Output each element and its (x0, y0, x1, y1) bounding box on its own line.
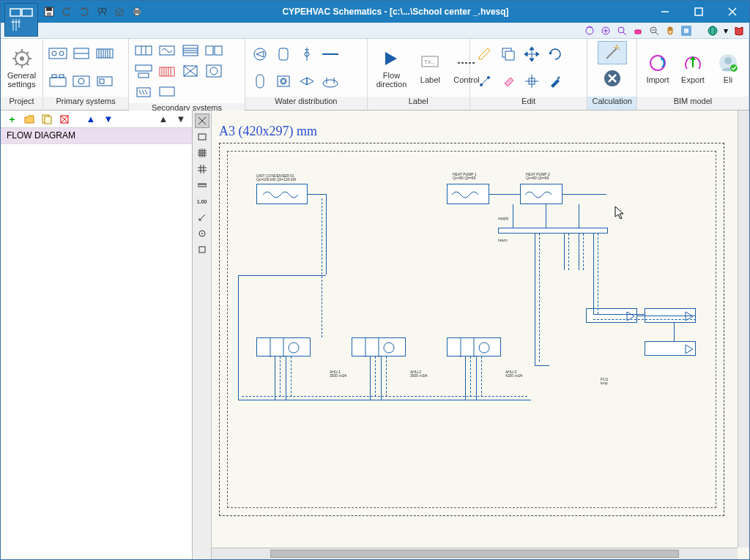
save-icon[interactable] (43, 6, 55, 18)
move-group-icon[interactable] (521, 72, 542, 90)
pencil-icon[interactable] (475, 45, 495, 63)
rect-mode-icon[interactable] (195, 130, 209, 144)
flow-direction-button[interactable]: Flow direction (372, 45, 412, 92)
paint-icon[interactable] (545, 72, 565, 90)
heater-icon[interactable] (133, 83, 154, 100)
valve-icon[interactable] (297, 45, 317, 63)
export-button[interactable]: Export (677, 49, 709, 87)
arrow-up-icon[interactable]: ▲ (84, 113, 97, 126)
eraser2-icon[interactable] (498, 72, 519, 90)
svg-rect-104 (505, 51, 514, 60)
move-icon[interactable] (521, 45, 542, 63)
vertical-scrollbar[interactable] (738, 111, 749, 548)
target-icon[interactable] (195, 226, 209, 241)
chevron-down-icon[interactable]: ▾ (723, 25, 729, 37)
import-button[interactable]: Import (642, 49, 674, 87)
cursor-mode-icon[interactable] (195, 113, 209, 128)
box-icon[interactable] (114, 6, 125, 18)
layers-icon[interactable] (195, 242, 209, 257)
edit-point-icon[interactable] (475, 72, 495, 90)
user-button[interactable]: Eli (712, 49, 744, 87)
radiator2-icon[interactable] (180, 42, 201, 59)
open-icon[interactable] (23, 113, 36, 126)
redo-icon[interactable] (78, 6, 90, 18)
pipe (286, 356, 286, 400)
copy-icon[interactable] (498, 45, 519, 63)
tank-icon[interactable] (273, 45, 294, 63)
svg-point-121 (650, 56, 665, 70)
close-button[interactable] (716, 1, 749, 23)
ahu-icon[interactable] (133, 42, 154, 59)
general-settings-button[interactable]: General settings (3, 45, 40, 92)
drawing-canvas[interactable]: A3 (420x297) mm UNIT CONDENSER 01Qc=100 … (212, 111, 749, 559)
add-icon[interactable]: ＋ (5, 113, 18, 126)
find-icon[interactable] (96, 6, 108, 18)
zoom-out-icon[interactable] (648, 25, 660, 37)
rotate-icon[interactable] (545, 45, 565, 63)
undo-icon[interactable] (61, 6, 73, 18)
scroll-thumb[interactable] (270, 550, 679, 558)
full-window-icon[interactable] (680, 25, 692, 37)
unit3-icon[interactable] (94, 72, 115, 90)
label-button[interactable]: Tx... Label (414, 49, 446, 87)
cassette-icon[interactable] (180, 62, 201, 80)
boiler-icon[interactable] (71, 45, 92, 63)
svg-rect-56 (50, 78, 66, 86)
arrow-down-icon[interactable]: ▼ (102, 113, 115, 126)
book-icon[interactable] (733, 25, 745, 37)
svg-point-154 (289, 343, 299, 353)
grid-mode-icon[interactable] (195, 146, 209, 160)
world-icon[interactable] (707, 25, 719, 37)
schem-fcu-3[interactable] (645, 341, 696, 356)
buffer-icon[interactable] (250, 72, 270, 90)
ribbon-group-project: General settings Project (1, 39, 43, 110)
copy2-icon[interactable] (40, 113, 53, 126)
maximize-button[interactable] (682, 1, 716, 23)
pump-icon[interactable] (250, 45, 270, 63)
radiator-icon[interactable] (157, 62, 177, 80)
chiller-icon[interactable] (48, 45, 68, 63)
ribbon-group-label: Water distribution (245, 97, 367, 110)
tree-list[interactable]: FLOW DIAGRAM (1, 128, 192, 559)
schem-ahu-2[interactable] (352, 337, 406, 356)
heatpump-icon[interactable] (94, 45, 115, 63)
print-icon[interactable] (131, 6, 143, 18)
horizontal-scrollbar[interactable] (212, 548, 738, 559)
schem-chiller-1[interactable] (256, 184, 308, 204)
app-logo[interactable] (4, 3, 38, 37)
wand-icon[interactable] (598, 41, 627, 64)
globe-plus-icon[interactable] (600, 25, 612, 37)
schem-cond-1[interactable] (447, 184, 489, 204)
pipe (291, 356, 292, 397)
tree-item-flowdiagram[interactable]: FLOW DIAGRAM (1, 128, 192, 144)
manifold-icon[interactable] (320, 72, 341, 90)
unit2-icon[interactable] (71, 72, 92, 90)
floor-icon[interactable] (157, 83, 177, 100)
schem-ahu-1[interactable] (256, 337, 311, 356)
split-icon[interactable] (133, 62, 154, 80)
measure-icon[interactable] (195, 210, 209, 225)
error-circle-icon[interactable] (598, 67, 627, 90)
zoom-sel-icon[interactable] (616, 25, 628, 37)
eraser-icon[interactable] (632, 25, 644, 37)
pan-hand-icon[interactable] (664, 25, 676, 37)
collapse-icon[interactable]: ▲ (157, 113, 170, 126)
3way-icon[interactable] (297, 72, 317, 90)
grid2-mode-icon[interactable] (195, 162, 209, 176)
pipe-icon[interactable] (320, 45, 341, 63)
ribbon-group-primary: Primary systems (43, 39, 129, 110)
schem-manifold[interactable] (498, 228, 608, 234)
vrf-icon[interactable] (204, 62, 224, 80)
minimize-button[interactable] (648, 1, 682, 23)
ruler-icon[interactable] (195, 178, 209, 193)
unit1-icon[interactable] (48, 72, 68, 90)
schem-cond-2[interactable] (520, 184, 562, 204)
schem-ahu-3[interactable] (447, 337, 501, 356)
coil-icon[interactable] (204, 42, 224, 59)
fcu-icon[interactable] (157, 42, 177, 59)
delete-icon[interactable] (58, 113, 71, 126)
exchanger-icon[interactable] (273, 72, 294, 90)
scale-icon[interactable]: 1.00 (195, 194, 209, 209)
expand-icon[interactable]: ▼ (174, 113, 188, 126)
globe-refresh-icon[interactable] (584, 25, 595, 37)
